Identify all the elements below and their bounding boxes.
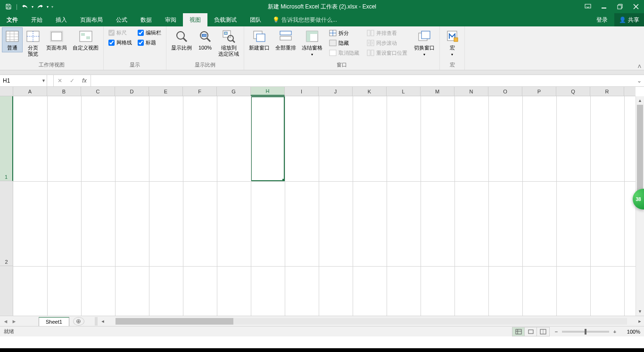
normal-view-status-button[interactable] [512, 327, 525, 336]
hide-button[interactable]: 隐藏 [327, 38, 361, 48]
horizontal-scrollbar[interactable]: ◄ ► [94, 317, 644, 326]
zoom-to-selection-button[interactable]: 缩放到 选定区域 [215, 27, 242, 59]
hscroll-thumb[interactable] [116, 318, 233, 325]
column-header-I[interactable]: I [285, 87, 319, 96]
page-layout-view-button[interactable]: 页面布局 [43, 27, 70, 52]
svg-rect-30 [280, 36, 291, 40]
tab-home[interactable]: 开始 [25, 13, 49, 26]
row-header-1[interactable]: 1 [0, 96, 13, 181]
select-all-button[interactable] [0, 87, 13, 96]
zoom-thumb[interactable] [585, 329, 586, 335]
column-header-O[interactable]: O [488, 87, 522, 96]
save-button[interactable] [3, 1, 14, 12]
ribbon-tabs: 文件 开始 插入 页面布局 公式 数据 审阅 视图 负载测试 团队 💡 告诉我您… [0, 13, 644, 26]
scroll-up-button[interactable]: ▲ [636, 96, 644, 105]
page-layout-status-button[interactable] [525, 327, 537, 336]
cancel-formula-button[interactable]: ✕ [54, 75, 66, 86]
column-header-L[interactable]: L [387, 87, 421, 96]
arrange-all-button[interactable]: 全部重排 [272, 27, 299, 52]
zoom-track[interactable] [562, 331, 609, 333]
minimize-button[interactable] [596, 0, 612, 13]
insert-function-button[interactable]: fx [78, 75, 91, 86]
ribbon-options-button[interactable] [580, 0, 596, 13]
enter-formula-button[interactable]: ✓ [66, 75, 78, 86]
scroll-down-button[interactable]: ▼ [636, 307, 644, 316]
zoom-100-button[interactable]: 100 100% [195, 27, 215, 52]
svg-rect-12 [51, 32, 62, 41]
zoom-out-button[interactable]: − [553, 329, 560, 335]
tab-insert[interactable]: 插入 [49, 13, 74, 26]
page-break-status-button[interactable] [537, 327, 549, 336]
column-header-M[interactable]: M [421, 87, 454, 96]
tab-page-layout[interactable]: 页面布局 [74, 13, 109, 26]
tab-formulas[interactable]: 公式 [109, 13, 134, 26]
redo-button[interactable] [34, 1, 46, 12]
sheet-tab-sheet1[interactable]: Sheet1 [39, 317, 69, 326]
formula-bar-checkbox[interactable]: 编辑栏 [138, 29, 161, 36]
selected-cell[interactable] [251, 96, 285, 181]
zoom-level[interactable]: 100% [621, 329, 640, 335]
tab-review[interactable]: 审阅 [158, 13, 183, 26]
scroll-right-button[interactable]: ► [636, 319, 644, 324]
login-button[interactable]: 登录 [590, 13, 614, 26]
row-header-2[interactable]: 2 [0, 181, 13, 266]
macros-button[interactable]: 宏▾ [442, 27, 462, 59]
column-header-A[interactable]: A [13, 87, 47, 96]
zoom-slider[interactable]: − + [553, 329, 619, 335]
tab-load-test[interactable]: 负载测试 [207, 13, 243, 26]
column-header-C[interactable]: C [81, 87, 115, 96]
column-header-G[interactable]: G [217, 87, 251, 96]
tab-file[interactable]: 文件 [0, 13, 25, 26]
column-header-J[interactable]: J [319, 87, 353, 96]
sheet-nav-next[interactable]: ► [10, 318, 18, 324]
gridlines-checkbox[interactable]: 网格线 [108, 39, 132, 46]
collapse-ribbon-button[interactable]: ᐱ [638, 64, 641, 69]
name-box[interactable]: H1 ▼ [0, 75, 47, 86]
restore-button[interactable] [612, 0, 628, 13]
column-header-P[interactable]: P [522, 87, 556, 96]
tab-view[interactable]: 视图 [183, 13, 207, 26]
column-header-E[interactable]: E [149, 87, 183, 96]
column-header-Q[interactable]: Q [556, 87, 590, 96]
column-header-K[interactable]: K [353, 87, 387, 96]
switch-windows-icon [417, 29, 432, 44]
group-label-workbook-views: 工作簿视图 [2, 60, 101, 70]
close-button[interactable] [628, 0, 644, 13]
side-by-side-icon [367, 29, 374, 37]
dropdown-icon[interactable]: ▼ [41, 78, 46, 83]
svg-rect-28 [256, 34, 265, 42]
svg-rect-14 [80, 31, 92, 42]
column-header-F[interactable]: F [183, 87, 217, 96]
custom-views-button[interactable]: 自定义视图 [70, 27, 101, 52]
formula-input[interactable] [91, 75, 635, 86]
expand-formula-bar-button[interactable]: ⌄ [635, 75, 644, 86]
switch-windows-button[interactable]: 切换窗口▾ [411, 27, 438, 59]
worksheet-grid[interactable]: ABCDEFGHIJKLMNOPQR 12 ▲ ▼ [0, 87, 644, 316]
split-button[interactable]: 拆分 [327, 28, 361, 38]
zoom-button[interactable]: 显示比例 [168, 27, 195, 52]
cells-area[interactable] [13, 96, 636, 316]
tell-me-search[interactable]: 💡 告诉我您想要做什么... [268, 13, 337, 26]
normal-view-button[interactable]: 普通 [2, 27, 23, 52]
tab-data[interactable]: 数据 [134, 13, 158, 26]
share-button[interactable]: 👤 共享 [614, 13, 644, 26]
headings-checkbox[interactable]: 标题 [138, 39, 161, 46]
column-header-D[interactable]: D [115, 87, 149, 96]
column-header-N[interactable]: N [454, 87, 488, 96]
column-header-R[interactable]: R [590, 87, 624, 96]
scroll-left-button[interactable]: ◄ [99, 319, 107, 324]
group-label-macros: 宏 [442, 60, 462, 70]
undo-button[interactable] [19, 1, 31, 12]
vscroll-thumb[interactable] [637, 105, 643, 199]
freeze-panes-button[interactable]: 冻结窗格▾ [299, 27, 325, 59]
sheet-nav-prev[interactable]: ◄ [2, 318, 9, 324]
column-header-B[interactable]: B [47, 87, 81, 96]
svg-line-18 [183, 38, 187, 42]
column-header-H[interactable]: H [251, 87, 285, 96]
page-break-preview-button[interactable]: 分页 预览 [23, 27, 43, 59]
hscroll-split[interactable] [95, 317, 98, 326]
new-window-button[interactable]: 新建窗口 [246, 27, 272, 52]
tab-team[interactable]: 团队 [243, 13, 268, 26]
add-sheet-button[interactable]: ⊕ [73, 317, 84, 326]
zoom-in-button[interactable]: + [611, 329, 619, 335]
